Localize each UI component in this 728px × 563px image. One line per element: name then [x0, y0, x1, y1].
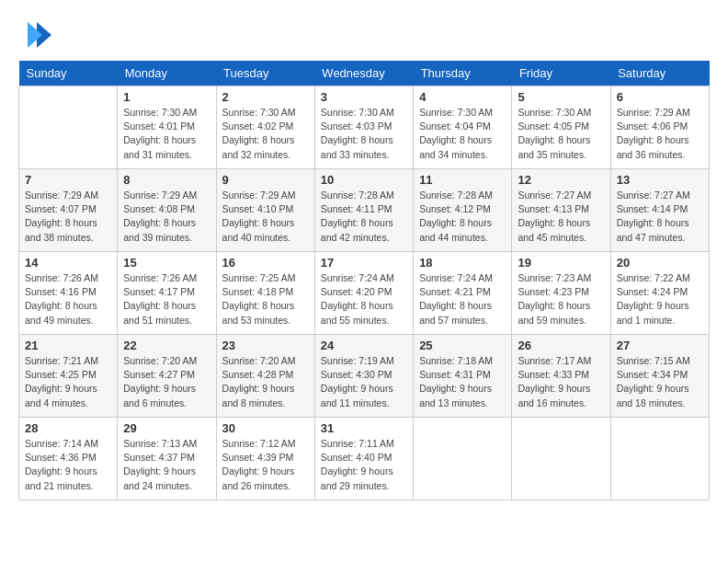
calendar-cell: 12Sunrise: 7:27 AMSunset: 4:13 PMDayligh… [512, 169, 610, 252]
day-info: Sunrise: 7:19 AMSunset: 4:30 PMDaylight:… [321, 354, 407, 410]
day-info: Sunrise: 7:29 AMSunset: 4:10 PMDaylight:… [222, 189, 309, 245]
calendar-cell: 16Sunrise: 7:25 AMSunset: 4:18 PMDayligh… [216, 252, 314, 335]
calendar-cell: 17Sunrise: 7:24 AMSunset: 4:20 PMDayligh… [314, 252, 413, 335]
calendar-cell: 27Sunrise: 7:15 AMSunset: 4:34 PMDayligh… [610, 335, 709, 418]
day-info: Sunrise: 7:30 AMSunset: 4:01 PMDaylight:… [123, 106, 210, 162]
calendar-cell: 11Sunrise: 7:28 AMSunset: 4:12 PMDayligh… [414, 169, 512, 252]
calendar-cell: 21Sunrise: 7:21 AMSunset: 4:25 PMDayligh… [19, 335, 118, 418]
weekday-header-row: SundayMondayTuesdayWednesdayThursdayFrid… [19, 61, 710, 86]
day-number: 12 [518, 173, 604, 187]
calendar-cell: 4Sunrise: 7:30 AMSunset: 4:04 PMDaylight… [414, 86, 512, 169]
day-number: 1 [123, 90, 210, 104]
day-info: Sunrise: 7:23 AMSunset: 4:23 PMDaylight:… [518, 271, 604, 327]
day-number: 17 [321, 256, 407, 270]
day-info: Sunrise: 7:27 AMSunset: 4:13 PMDaylight:… [518, 189, 604, 245]
day-number: 13 [617, 173, 703, 187]
day-number: 25 [419, 339, 506, 352]
calendar-cell: 6Sunrise: 7:29 AMSunset: 4:06 PMDaylight… [610, 86, 709, 169]
day-number: 5 [518, 90, 604, 104]
calendar-cell [512, 418, 610, 500]
day-number: 14 [25, 256, 111, 270]
day-info: Sunrise: 7:24 AMSunset: 4:20 PMDaylight:… [321, 271, 407, 327]
calendar-cell: 24Sunrise: 7:19 AMSunset: 4:30 PMDayligh… [314, 335, 413, 418]
day-number: 22 [123, 339, 210, 352]
day-info: Sunrise: 7:29 AMSunset: 4:08 PMDaylight:… [123, 189, 210, 245]
calendar-cell [414, 418, 512, 500]
day-info: Sunrise: 7:26 AMSunset: 4:17 PMDaylight:… [123, 271, 210, 327]
day-number: 30 [222, 421, 309, 435]
calendar-cell: 10Sunrise: 7:28 AMSunset: 4:11 PMDayligh… [314, 169, 413, 252]
day-number: 3 [321, 90, 407, 104]
calendar-cell [19, 86, 118, 169]
calendar-cell: 2Sunrise: 7:30 AMSunset: 4:02 PMDaylight… [216, 86, 314, 169]
calendar-cell: 5Sunrise: 7:30 AMSunset: 4:05 PMDaylight… [512, 86, 610, 169]
calendar-cell: 30Sunrise: 7:12 AMSunset: 4:39 PMDayligh… [216, 418, 314, 500]
day-number: 27 [617, 339, 703, 352]
day-info: Sunrise: 7:28 AMSunset: 4:12 PMDaylight:… [419, 189, 506, 245]
calendar-cell: 22Sunrise: 7:20 AMSunset: 4:27 PMDayligh… [118, 335, 216, 418]
day-number: 9 [222, 173, 309, 187]
calendar-week-1: 1Sunrise: 7:30 AMSunset: 4:01 PMDaylight… [19, 86, 710, 169]
calendar-cell: 28Sunrise: 7:14 AMSunset: 4:36 PMDayligh… [19, 418, 118, 500]
calendar-cell: 26Sunrise: 7:17 AMSunset: 4:33 PMDayligh… [512, 335, 610, 418]
day-number: 21 [25, 339, 111, 352]
day-info: Sunrise: 7:20 AMSunset: 4:27 PMDaylight:… [123, 354, 210, 410]
day-info: Sunrise: 7:29 AMSunset: 4:06 PMDaylight:… [617, 106, 703, 162]
calendar-cell: 9Sunrise: 7:29 AMSunset: 4:10 PMDaylight… [216, 169, 314, 252]
weekday-header-wednesday: Wednesday [314, 61, 413, 86]
day-info: Sunrise: 7:15 AMSunset: 4:34 PMDaylight:… [617, 354, 703, 410]
calendar-week-3: 14Sunrise: 7:26 AMSunset: 4:16 PMDayligh… [19, 252, 710, 335]
day-number: 7 [25, 173, 111, 187]
calendar-cell: 14Sunrise: 7:26 AMSunset: 4:16 PMDayligh… [19, 252, 118, 335]
calendar-cell: 8Sunrise: 7:29 AMSunset: 4:08 PMDaylight… [118, 169, 216, 252]
weekday-header-monday: Monday [118, 61, 216, 86]
calendar-cell: 25Sunrise: 7:18 AMSunset: 4:31 PMDayligh… [414, 335, 512, 418]
day-info: Sunrise: 7:30 AMSunset: 4:02 PMDaylight:… [222, 106, 309, 162]
calendar-cell [610, 418, 709, 500]
day-info: Sunrise: 7:30 AMSunset: 4:04 PMDaylight:… [419, 106, 506, 162]
day-number: 6 [617, 90, 703, 104]
weekday-header-thursday: Thursday [414, 61, 512, 86]
calendar-week-5: 28Sunrise: 7:14 AMSunset: 4:36 PMDayligh… [19, 418, 710, 500]
day-info: Sunrise: 7:24 AMSunset: 4:21 PMDaylight:… [419, 271, 506, 327]
calendar-week-2: 7Sunrise: 7:29 AMSunset: 4:07 PMDaylight… [19, 169, 710, 252]
day-number: 15 [123, 256, 210, 270]
calendar-cell: 19Sunrise: 7:23 AMSunset: 4:23 PMDayligh… [512, 252, 610, 335]
day-number: 11 [419, 173, 506, 187]
calendar-cell: 13Sunrise: 7:27 AMSunset: 4:14 PMDayligh… [610, 169, 709, 252]
logo [18, 18, 55, 52]
page-header [18, 18, 710, 52]
weekday-header-sunday: Sunday [19, 61, 118, 86]
calendar-table: SundayMondayTuesdayWednesdayThursdayFrid… [18, 61, 710, 500]
weekday-header-saturday: Saturday [610, 61, 709, 86]
day-number: 10 [321, 173, 407, 187]
day-info: Sunrise: 7:20 AMSunset: 4:28 PMDaylight:… [222, 354, 309, 410]
calendar-cell: 31Sunrise: 7:11 AMSunset: 4:40 PMDayligh… [314, 418, 413, 500]
day-info: Sunrise: 7:11 AMSunset: 4:40 PMDaylight:… [321, 437, 407, 493]
day-info: Sunrise: 7:26 AMSunset: 4:16 PMDaylight:… [25, 271, 111, 327]
calendar-cell: 1Sunrise: 7:30 AMSunset: 4:01 PMDaylight… [118, 86, 216, 169]
calendar-cell: 3Sunrise: 7:30 AMSunset: 4:03 PMDaylight… [314, 86, 413, 169]
day-info: Sunrise: 7:12 AMSunset: 4:39 PMDaylight:… [222, 437, 309, 493]
day-number: 20 [617, 256, 703, 270]
day-info: Sunrise: 7:22 AMSunset: 4:24 PMDaylight:… [617, 271, 703, 327]
day-info: Sunrise: 7:13 AMSunset: 4:37 PMDaylight:… [123, 437, 210, 493]
calendar-cell: 20Sunrise: 7:22 AMSunset: 4:24 PMDayligh… [610, 252, 709, 335]
day-number: 2 [222, 90, 309, 104]
weekday-header-tuesday: Tuesday [216, 61, 314, 86]
weekday-header-friday: Friday [512, 61, 610, 86]
calendar-body: 1Sunrise: 7:30 AMSunset: 4:01 PMDaylight… [19, 86, 710, 500]
day-number: 16 [222, 256, 309, 270]
day-info: Sunrise: 7:18 AMSunset: 4:31 PMDaylight:… [419, 354, 506, 410]
calendar-cell: 18Sunrise: 7:24 AMSunset: 4:21 PMDayligh… [414, 252, 512, 335]
day-number: 18 [419, 256, 506, 270]
calendar-cell: 7Sunrise: 7:29 AMSunset: 4:07 PMDaylight… [19, 169, 118, 252]
day-number: 26 [518, 339, 604, 352]
day-info: Sunrise: 7:30 AMSunset: 4:05 PMDaylight:… [518, 106, 604, 162]
calendar-cell: 15Sunrise: 7:26 AMSunset: 4:17 PMDayligh… [118, 252, 216, 335]
day-number: 24 [321, 339, 407, 352]
day-info: Sunrise: 7:28 AMSunset: 4:11 PMDaylight:… [321, 189, 407, 245]
day-info: Sunrise: 7:21 AMSunset: 4:25 PMDaylight:… [25, 354, 111, 410]
calendar-week-4: 21Sunrise: 7:21 AMSunset: 4:25 PMDayligh… [19, 335, 710, 418]
day-number: 8 [123, 173, 210, 187]
